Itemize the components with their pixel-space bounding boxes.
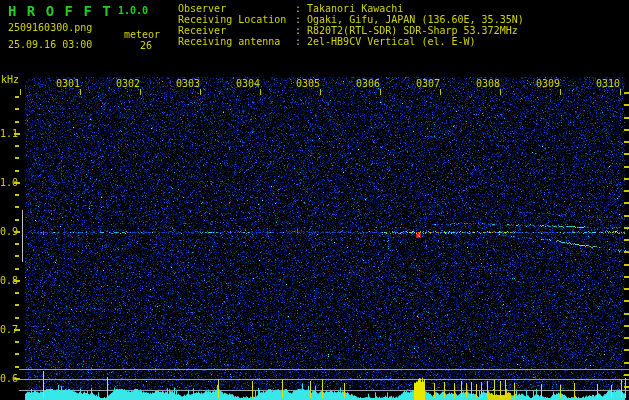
time-tick-label-0307: 0307	[416, 79, 440, 89]
info-colon-0: :	[295, 4, 301, 14]
app-title: H R O F F T	[8, 4, 112, 18]
freq-tick-label-0.7: 0.7	[0, 325, 18, 335]
info-label-2: Receiver	[178, 26, 226, 36]
freq-axis-unit-label: kHz	[1, 75, 19, 85]
info-value-1: Ogaki, Gifu, JAPAN (136.60E, 35.35N)	[307, 15, 524, 25]
echo-count: 26	[140, 41, 152, 51]
time-tick-label-0305: 0305	[296, 79, 320, 89]
spectrogram-canvas	[0, 0, 629, 400]
freq-tick-label-0.8: 0.8	[0, 276, 18, 286]
time-tick-label-0304: 0304	[236, 79, 260, 89]
time-tick-label-0310: 0310	[596, 79, 620, 89]
info-colon-2: :	[295, 26, 301, 36]
app-version: 1.0.0	[118, 6, 148, 16]
info-label-3: Receiving antenna	[178, 37, 280, 47]
datetime-label: 25.09.16 03:00	[8, 40, 92, 50]
freq-tick-label-1.1: 1.1	[0, 129, 18, 139]
freq-tick-label-0.6: 0.6	[0, 374, 18, 384]
time-tick-label-0303: 0303	[176, 79, 200, 89]
mode-label: meteor	[124, 30, 160, 40]
info-value-2: R820T2(RTL-SDR) SDR-Sharp 53.372MHz	[307, 26, 518, 36]
info-label-1: Receiving Location	[178, 15, 286, 25]
time-tick-label-0306: 0306	[356, 79, 380, 89]
info-colon-3: :	[295, 37, 301, 47]
freq-tick-label-0.9: 0.9	[0, 227, 18, 237]
time-tick-label-0302: 0302	[116, 79, 140, 89]
info-value-0: Takanori Kawachi	[307, 4, 403, 14]
output-filename: 2509160300.png	[8, 23, 92, 33]
info-label-0: Observer	[178, 4, 226, 14]
hrofft-output-screen: H R O F F T 1.0.0 2509160300.png meteor …	[0, 0, 629, 400]
time-tick-label-0308: 0308	[476, 79, 500, 89]
info-colon-1: :	[295, 15, 301, 25]
time-tick-label-0301: 0301	[56, 79, 80, 89]
time-tick-label-0309: 0309	[536, 79, 560, 89]
freq-tick-label-1.0: 1.0	[0, 178, 18, 188]
info-value-3: 2el-HB9CV Vertical (el. E-W)	[307, 37, 476, 47]
